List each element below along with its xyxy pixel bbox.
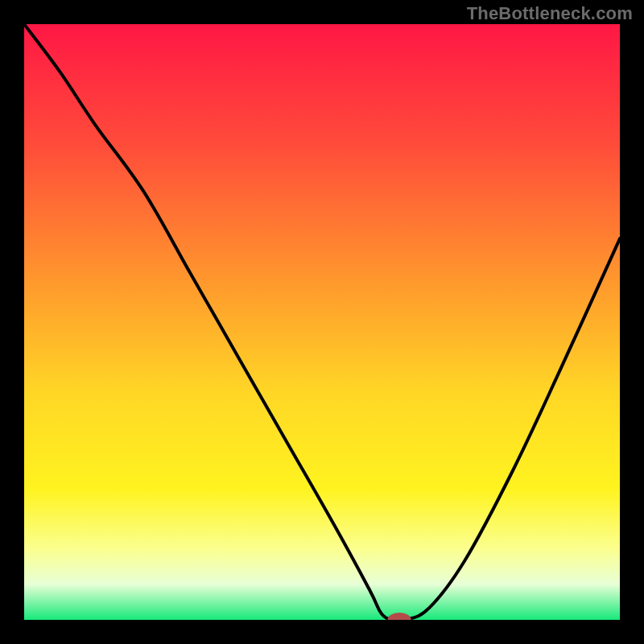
watermark-label: TheBottleneck.com — [467, 3, 633, 24]
plot-area — [24, 24, 620, 627]
chart-container: TheBottleneck.com — [0, 0, 644, 644]
gradient-background — [24, 24, 620, 620]
bottleneck-chart — [0, 0, 644, 644]
